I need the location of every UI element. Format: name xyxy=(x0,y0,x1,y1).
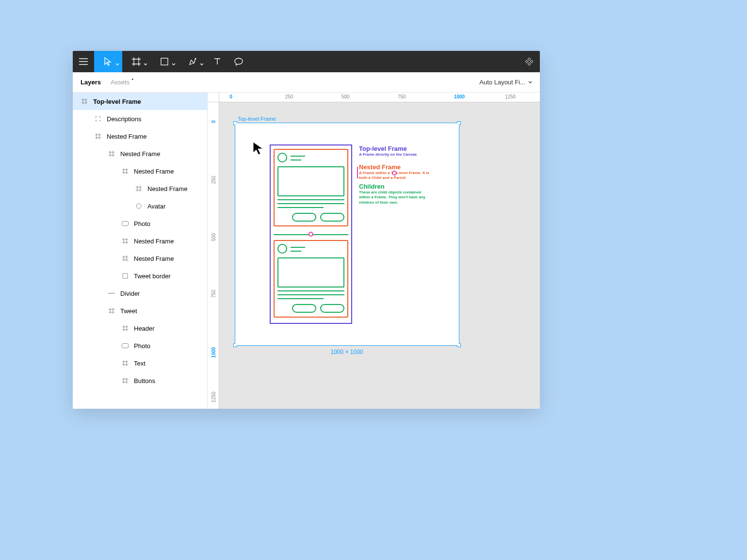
frame-tool[interactable] xyxy=(122,51,150,72)
button-pill[interactable] xyxy=(292,304,316,313)
button-pill[interactable] xyxy=(292,213,316,222)
ruler-vertical: 0 250 500 750 1000 1250 xyxy=(208,102,219,409)
components-button[interactable] xyxy=(519,51,540,72)
line-icon xyxy=(108,292,115,294)
frame-icon xyxy=(121,238,129,244)
selection-dimensions: 1000 × 1000 xyxy=(330,349,363,355)
tab-assets[interactable]: Assets xyxy=(111,79,130,86)
ruler-tick: 750 xyxy=(398,94,406,99)
photo-frame[interactable] xyxy=(277,257,344,288)
comment-tool[interactable] xyxy=(228,51,249,72)
annotation-desc: These are child objects contained within… xyxy=(359,190,432,205)
button-pill[interactable] xyxy=(320,304,344,313)
text-line[interactable] xyxy=(291,247,305,248)
square-icon xyxy=(161,58,168,65)
layer-label: Photo xyxy=(134,220,150,227)
frame-icon xyxy=(108,151,115,157)
avatar[interactable] xyxy=(277,153,287,162)
group-dots-icon xyxy=(94,116,102,122)
layer-label: Nested Frame xyxy=(107,133,146,140)
layer-row[interactable]: Divider xyxy=(73,285,207,302)
diamond-icon xyxy=(525,57,534,66)
text-line[interactable] xyxy=(277,199,344,200)
chevron-down-icon xyxy=(528,81,532,83)
layer-row[interactable]: Text xyxy=(73,354,207,372)
layer-row[interactable]: Buttons xyxy=(73,372,207,389)
pen-tool[interactable] xyxy=(179,51,207,72)
frame-label[interactable]: Top-level Frame xyxy=(238,116,276,122)
edit-handle[interactable] xyxy=(392,171,397,176)
frame-icon xyxy=(132,57,141,66)
toolbar xyxy=(73,51,540,72)
chevron-down-icon xyxy=(200,63,204,65)
text-line[interactable] xyxy=(277,207,324,208)
layer-row[interactable]: Photo xyxy=(73,337,207,354)
text-line[interactable] xyxy=(277,294,344,295)
layer-row[interactable]: Nested Frame xyxy=(73,162,207,180)
edit-handle[interactable] xyxy=(309,232,313,237)
ruler-tick: 500 xyxy=(341,94,350,99)
text-line[interactable] xyxy=(277,290,344,291)
move-tool[interactable] xyxy=(94,51,122,72)
svg-point-7 xyxy=(136,204,141,208)
text-line[interactable] xyxy=(277,203,344,204)
text-tool[interactable] xyxy=(207,51,228,72)
text-line[interactable] xyxy=(277,298,324,299)
layer-row[interactable]: Avatar xyxy=(73,197,207,215)
avatar[interactable] xyxy=(277,244,287,254)
layer-label: Nested Frame xyxy=(120,150,160,158)
frame-icon xyxy=(121,325,129,331)
chevron-down-icon xyxy=(144,63,147,65)
layer-label: Top-level Frame xyxy=(93,98,141,105)
photo-frame[interactable] xyxy=(277,166,344,196)
layer-row[interactable]: Tweet xyxy=(73,302,207,320)
layer-label: Tweet border xyxy=(134,272,171,280)
text-line[interactable] xyxy=(291,160,301,160)
shape-tool[interactable] xyxy=(150,51,179,72)
layers-panel[interactable]: Top-level FrameDescriptionsNested FrameN… xyxy=(73,93,208,409)
layer-label: Nested Frame xyxy=(134,255,174,262)
ruler-tick: 0 xyxy=(229,94,232,99)
layer-label: Avatar xyxy=(147,203,165,210)
annotation-desc: A Frame directly on the Canvas xyxy=(359,152,432,157)
comment-icon xyxy=(234,57,243,66)
text-line[interactable] xyxy=(291,251,301,252)
ruler-tick: 250 xyxy=(211,176,216,184)
layer-row[interactable]: Nested Frame xyxy=(73,128,207,145)
layer-row[interactable]: Nested Frame xyxy=(73,232,207,250)
button-pill[interactable] xyxy=(320,213,344,222)
panel-tabs: Layers Assets Auto Layout Fi... xyxy=(73,72,540,93)
menu-button[interactable] xyxy=(73,51,94,72)
layer-label: Header xyxy=(134,325,155,332)
frame-icon xyxy=(121,360,129,366)
page-name: Auto Layout Fi... xyxy=(479,79,525,86)
layer-row[interactable]: Nested Frame xyxy=(73,250,207,267)
chevron-down-icon xyxy=(115,63,119,65)
layer-label: Nested Frame xyxy=(134,168,174,175)
svg-rect-8 xyxy=(122,222,129,226)
text-line[interactable] xyxy=(291,156,305,157)
frame-icon xyxy=(81,98,88,104)
annotation-children: Children These are child objects contain… xyxy=(359,183,432,205)
page-selector[interactable]: Auto Layout Fi... xyxy=(479,79,532,86)
frame-icon xyxy=(121,256,129,261)
tab-layers[interactable]: Layers xyxy=(81,79,101,86)
layer-label: Photo xyxy=(134,342,150,350)
layer-row[interactable]: Top-level Frame xyxy=(73,93,207,110)
layer-row[interactable]: Header xyxy=(73,320,207,337)
pen-icon xyxy=(188,57,197,66)
layer-label: Tweet xyxy=(120,307,137,315)
canvas-wrap: 0 250 500 750 1000 1250 0 250 500 750 10… xyxy=(208,93,540,409)
layer-row[interactable]: Tweet border xyxy=(73,267,207,285)
canvas[interactable]: Top-level Frame xyxy=(219,102,540,409)
layer-label: Text xyxy=(134,360,146,367)
frame-icon xyxy=(135,186,143,192)
image-icon xyxy=(121,221,129,226)
layer-row[interactable]: Nested Frame xyxy=(73,145,207,162)
layer-row[interactable]: Descriptions xyxy=(73,110,207,128)
layer-label: Divider xyxy=(120,290,140,297)
ruler-tick: 1000 xyxy=(211,347,216,358)
layer-row[interactable]: Photo xyxy=(73,215,207,232)
layer-row[interactable]: Nested Frame xyxy=(73,180,207,197)
layer-label: Nested Frame xyxy=(134,238,174,245)
